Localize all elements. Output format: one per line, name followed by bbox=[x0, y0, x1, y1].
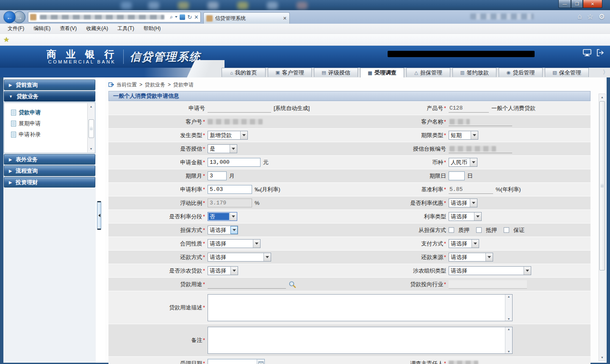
guaranty-checkbox[interactable] bbox=[504, 227, 509, 233]
refresh-icon[interactable]: ↻ bbox=[187, 14, 192, 20]
field-label: 还款来源 bbox=[421, 254, 443, 260]
close-window-button[interactable]: ✕ bbox=[583, 0, 602, 8]
occur-type-select[interactable]: 新增贷款 bbox=[208, 131, 248, 140]
textarea-scrollbar[interactable]: ▲▼ bbox=[505, 327, 512, 353]
minimize-button[interactable]: — bbox=[558, 0, 571, 8]
application-form-panel: 一般个人消费贷款申请信息 申请号 [系统自动生成] 产品号* C128 bbox=[108, 91, 591, 364]
agri-loan-select[interactable]: 请选择 bbox=[208, 266, 238, 275]
home-icon[interactable]: ⌂ bbox=[577, 12, 582, 21]
tab-preservation-mgmt[interactable]: ▧保全管理 bbox=[545, 68, 589, 77]
scroll-up-icon[interactable]: ▲ bbox=[601, 94, 604, 100]
tab-guarantee-mgmt[interactable]: △担保管理 bbox=[406, 68, 450, 77]
sidebar-section-pre-loan-query[interactable]: ▶贷前查询 bbox=[4, 80, 95, 90]
loan-purpose-input[interactable] bbox=[208, 280, 286, 289]
compatibility-icon[interactable] bbox=[180, 14, 185, 20]
tab-my-home[interactable]: ⌂我的首页 bbox=[222, 68, 266, 77]
maximize-button[interactable]: ❐ bbox=[571, 0, 583, 8]
sidebar-section-investment[interactable]: ▶投资理财 bbox=[4, 177, 95, 188]
sidebar-section-off-balance[interactable]: ▶表外业务 bbox=[4, 154, 95, 165]
document-icon bbox=[11, 121, 16, 127]
purpose-desc-textarea[interactable]: ▲▼ bbox=[208, 294, 513, 321]
logout-icon[interactable] bbox=[596, 49, 604, 56]
apply-amount-input[interactable] bbox=[208, 158, 261, 167]
content-scrollbar[interactable]: ▲ ▼ bbox=[599, 94, 606, 361]
tab-acceptance-investigation[interactable]: ▦受理调查 bbox=[360, 68, 404, 77]
customer-icon: ▣ bbox=[275, 70, 280, 75]
browser-tab[interactable]: 信贷管理系统 ✕ bbox=[203, 12, 290, 24]
menu-tools[interactable]: 工具(T) bbox=[117, 25, 134, 32]
rate-discount-select[interactable]: 请选择 bbox=[449, 199, 477, 207]
search-icon[interactable]: ⌕ bbox=[170, 14, 173, 20]
sidebar-section-loan-business[interactable]: ▼贷款业务 bbox=[4, 91, 95, 102]
tab-close-icon[interactable]: ✕ bbox=[283, 16, 287, 21]
back-button[interactable]: ← bbox=[3, 11, 16, 23]
scroll-up-icon[interactable]: ▲ bbox=[507, 295, 510, 298]
apply-no-input[interactable] bbox=[208, 104, 271, 113]
investigation-icon: ▦ bbox=[368, 70, 372, 76]
tab-post-loan-mgmt[interactable]: ◉贷后管理 bbox=[499, 68, 543, 77]
preservation-icon: ▧ bbox=[552, 70, 557, 75]
repay-source-select[interactable]: 请选择 bbox=[449, 253, 493, 262]
rate-segment-select[interactable]: 否 bbox=[208, 212, 237, 221]
tab-signing-disbursement[interactable]: ▥签约放款 bbox=[452, 68, 496, 77]
field-label: 浮动比例 bbox=[180, 200, 202, 206]
agri-org-type-select[interactable]: 请选择 bbox=[449, 266, 531, 275]
field-label: 调查主责任人 bbox=[410, 360, 443, 364]
address-bar[interactable]: ⌕ ↻ ✕ bbox=[28, 12, 201, 22]
blurred-desktop-icon bbox=[267, 2, 278, 9]
term-type-select[interactable]: 短期 bbox=[449, 131, 478, 140]
scrollbar-thumb[interactable] bbox=[89, 119, 94, 138]
scroll-down-icon[interactable]: ▼ bbox=[601, 354, 604, 361]
monitor-icon[interactable] bbox=[583, 49, 591, 56]
scroll-down-icon[interactable]: ▼ bbox=[507, 317, 510, 320]
chevron-down-icon[interactable] bbox=[175, 16, 177, 18]
sidebar-item-loan-application[interactable]: 贷款申请 bbox=[11, 107, 95, 118]
term-month-input[interactable] bbox=[208, 171, 227, 180]
breadcrumb-loan-business[interactable]: 贷款业务 bbox=[145, 81, 165, 88]
rating-icon: ▤ bbox=[322, 70, 326, 75]
is-credit-select[interactable]: 是 bbox=[208, 144, 237, 153]
sidebar-item-application-supplement[interactable]: 申请补录 bbox=[11, 129, 95, 140]
remark-textarea[interactable]: ▲▼ bbox=[208, 327, 513, 354]
sidebar-section-process-query[interactable]: ▶流程查询 bbox=[4, 165, 95, 176]
menu-edit[interactable]: 编辑(E) bbox=[33, 25, 50, 32]
sidebar-item-extension-application[interactable]: 展期申请 bbox=[11, 118, 95, 129]
pledge-checkbox[interactable] bbox=[449, 227, 454, 233]
menu-favorites[interactable]: 收藏夹(A) bbox=[86, 25, 108, 32]
apply-rate-input[interactable] bbox=[208, 185, 252, 194]
textarea-scrollbar[interactable]: ▲▼ bbox=[505, 295, 512, 321]
menu-view[interactable]: 查看(V) bbox=[60, 25, 77, 32]
add-favorite-star-icon[interactable]: ★ bbox=[3, 36, 9, 44]
form-row: 期限月* 月 期限日 日 bbox=[108, 169, 591, 182]
repay-mode-select[interactable]: 请选择 bbox=[208, 253, 271, 262]
customer-name-input[interactable] bbox=[449, 118, 512, 126]
scrollbar-thumb[interactable] bbox=[599, 101, 605, 270]
calendar-icon[interactable] bbox=[257, 359, 264, 364]
term-day-input[interactable] bbox=[449, 171, 465, 180]
menu-file[interactable]: 文件(F) bbox=[8, 25, 24, 32]
submenu-scrollbar[interactable]: ▲ ▼ bbox=[87, 103, 94, 152]
rate-type-select[interactable]: 请选择 bbox=[449, 212, 482, 221]
scroll-down-icon[interactable]: ▼ bbox=[90, 146, 93, 152]
scroll-up-icon[interactable]: ▲ bbox=[507, 328, 510, 331]
product-no-input[interactable]: C128 bbox=[449, 104, 489, 113]
settings-gear-icon[interactable]: ⚙ bbox=[599, 12, 605, 21]
field-label: 申请利率 bbox=[180, 186, 202, 193]
guarantee-mode-select[interactable]: 请选择 bbox=[208, 226, 238, 234]
tabs-more-arrow-icon[interactable]: 〉 bbox=[603, 69, 608, 76]
tab-customer-mgmt[interactable]: ▣客户管理 bbox=[268, 68, 312, 77]
pay-mode-select[interactable]: 请选择 bbox=[449, 239, 479, 248]
contract-nature-select[interactable]: 请选择 bbox=[208, 239, 261, 248]
breadcrumb-loan-application[interactable]: 贷款申请 bbox=[173, 81, 194, 88]
accept-date-input[interactable] bbox=[208, 359, 265, 364]
sidebar-collapse-handle[interactable] bbox=[97, 201, 101, 230]
scroll-down-icon[interactable]: ▼ bbox=[507, 350, 510, 353]
search-magnifier-icon[interactable] bbox=[288, 281, 296, 288]
stop-icon[interactable]: ✕ bbox=[194, 14, 199, 20]
favorites-star-icon[interactable]: ☆ bbox=[587, 12, 593, 21]
menu-help[interactable]: 帮助(H) bbox=[144, 25, 161, 32]
mortgage-checkbox[interactable] bbox=[476, 227, 482, 233]
scroll-up-icon[interactable]: ▲ bbox=[90, 103, 93, 110]
tab-rating-credit[interactable]: ▤评级授信 bbox=[314, 68, 358, 77]
currency-select[interactable]: 人民币 bbox=[449, 158, 477, 167]
